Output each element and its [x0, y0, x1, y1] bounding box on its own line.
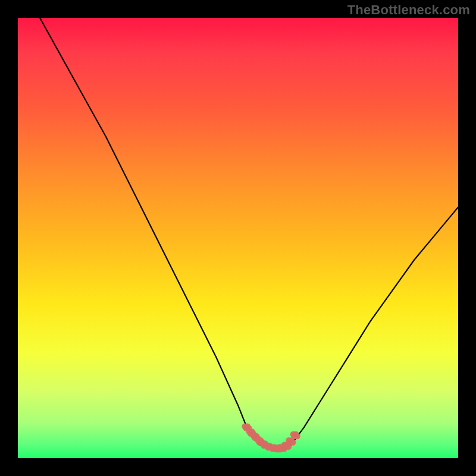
chart-frame: TheBottleneck.com — [0, 0, 476, 476]
bottom-marker — [242, 423, 300, 452]
svg-point-47 — [294, 433, 300, 439]
bottleneck-curve — [40, 18, 458, 449]
svg-point-43 — [290, 439, 296, 445]
plot-area — [18, 18, 458, 458]
curve-svg — [18, 18, 458, 458]
watermark-text: TheBottleneck.com — [347, 2, 470, 18]
